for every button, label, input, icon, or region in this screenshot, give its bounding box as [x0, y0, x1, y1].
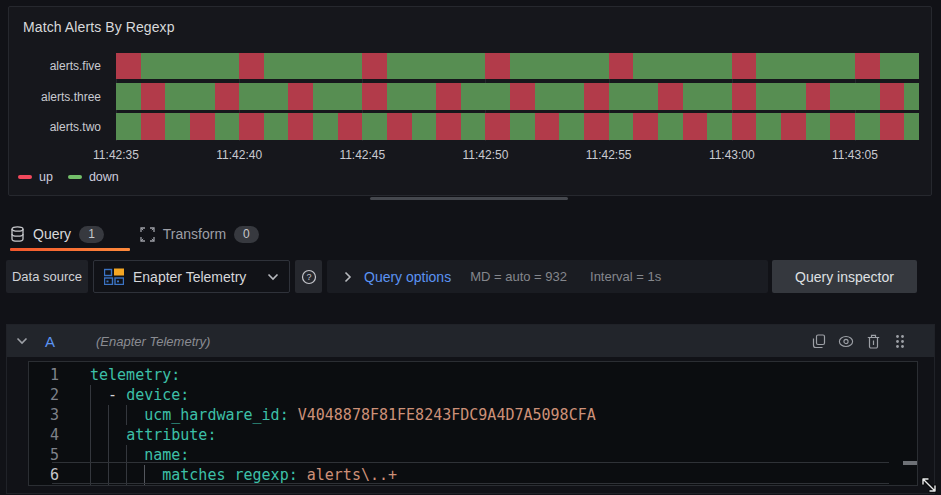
code-text: - device:: [90, 385, 189, 405]
drag-query-handle[interactable]: [892, 333, 908, 349]
timeline-segment-down: [461, 113, 486, 140]
line-number: 1: [29, 365, 59, 385]
remove-query-button[interactable]: [865, 333, 881, 349]
timeline-segment-down: [609, 83, 658, 110]
timeline-segment-up: [732, 53, 757, 79]
x-axis-tick-label: 11:43:00: [709, 148, 755, 162]
timeline-segment-down: [239, 83, 288, 110]
max-data-points-value: MD = auto = 932: [470, 269, 567, 284]
timeline-segment-down: [313, 113, 338, 140]
query-datasource-hint: (Enapter Telemetry): [96, 334, 210, 349]
current-line-highlight: [52, 462, 889, 484]
timeline-segment-up: [436, 113, 461, 140]
timeline-segment-down: [141, 53, 240, 79]
timeline-panel: Match Alerts By Regexp 11:42:3511:42:401…: [8, 6, 932, 196]
editor-line[interactable]: 2 - device:: [29, 385, 917, 405]
editor-tabbar: Query 1 Transform 0: [10, 221, 259, 247]
svg-text:?: ?: [306, 272, 311, 282]
timeline-row-label: alerts.two: [9, 113, 101, 140]
timeline-segment-up: [288, 83, 313, 110]
transform-icon: [140, 227, 155, 242]
legend-label: down: [89, 170, 119, 184]
x-axis-tick-label: 11:42:45: [339, 148, 385, 162]
timeline-segment-down: [510, 113, 535, 140]
code-text: attribute:: [90, 425, 216, 445]
legend-color-pill: [68, 175, 82, 179]
query-row-header[interactable]: A (Enapter Telemetry): [7, 325, 934, 357]
timeline-segment-up: [485, 113, 510, 140]
legend-item-down[interactable]: down: [68, 170, 119, 184]
editor-scrollbar-thumb[interactable]: [903, 461, 917, 465]
timeline-segment-up: [387, 113, 412, 140]
timeline-segment-down: [904, 83, 919, 110]
panel-resize-handle[interactable]: [370, 197, 568, 200]
timeline-segment-up: [436, 83, 461, 110]
timeline-row-bars: [116, 53, 919, 79]
timeline-segment-up: [362, 53, 387, 79]
query-options-link[interactable]: Query options: [364, 269, 451, 285]
line-number: 2: [29, 385, 59, 405]
editor-line[interactable]: 4 attribute:: [29, 425, 917, 445]
timeline-segment-up: [633, 113, 658, 140]
timeline-segment-up: [855, 53, 880, 79]
timeline-segment-down: [387, 83, 436, 110]
timeline-segment-down: [510, 53, 609, 79]
timeline-segment-down: [880, 53, 919, 79]
tab-query[interactable]: Query 1: [10, 226, 104, 243]
collapse-chevron-icon[interactable]: [16, 337, 28, 345]
timeline-segment-up: [683, 113, 708, 140]
timeline-segment-up: [830, 113, 855, 140]
timeline-segment-down: [535, 83, 584, 110]
timeline-segment-down: [806, 113, 831, 140]
timeline-segment-down: [264, 113, 289, 140]
timeline-segment-up: [215, 83, 240, 110]
timeline-row-label: alerts.three: [9, 83, 101, 110]
database-icon: [10, 226, 25, 242]
timeline-segment-down: [165, 113, 190, 140]
timeline-row-label: alerts.five: [9, 53, 101, 79]
panel-title[interactable]: Match Alerts By Regexp: [23, 19, 175, 35]
timeline-segment-down: [559, 113, 584, 140]
timeline-segment-up: [141, 83, 166, 110]
hide-query-button[interactable]: [838, 333, 854, 349]
timeline-row-bars: [116, 113, 919, 140]
tab-transform[interactable]: Transform 0: [140, 226, 259, 243]
timeline-segment-up: [362, 83, 387, 110]
timeline-segment-down: [165, 83, 214, 110]
editor-line[interactable]: 1telemetry:: [29, 365, 917, 385]
legend-item-up[interactable]: up: [18, 170, 53, 184]
timeline-segment-down: [707, 113, 732, 140]
query-inspector-button[interactable]: Query inspector: [772, 260, 917, 293]
datasource-selected-value: Enapter Telemetry: [133, 269, 267, 285]
query-options-bar[interactable]: Query options MD = auto = 932 Interval =…: [327, 260, 768, 293]
editor-line[interactable]: 3 ucm_hardware_id: V4048878F81FE8243FDC9…: [29, 405, 917, 425]
timeline-segment-up: [806, 83, 831, 110]
timeline-segment-down: [756, 113, 781, 140]
timeline-segment-down: [609, 113, 634, 140]
drag-handle-icon: [895, 334, 905, 349]
code-text: ucm_hardware_id: V4048878F81FE8243FDC9A4…: [90, 405, 596, 425]
chevron-down-icon: [267, 273, 279, 281]
timeline-segment-up: [584, 113, 609, 140]
tab-query-count-badge: 1: [79, 226, 104, 243]
timeline-segment-up: [116, 53, 141, 79]
datasource-help-button[interactable]: ?: [295, 260, 322, 293]
datasource-picker[interactable]: Enapter Telemetry: [93, 260, 290, 293]
timeline-segment-down: [461, 83, 510, 110]
enapter-datasource-icon: [104, 268, 124, 285]
trash-icon: [867, 334, 880, 349]
timeline-segment-down: [215, 113, 240, 140]
x-axis-tick-label: 11:42:35: [93, 148, 139, 162]
query-ref-id: A: [45, 333, 55, 350]
timeline-segment-up: [288, 113, 313, 140]
line-number: 3: [29, 405, 59, 425]
timeline-segment-down: [387, 53, 486, 79]
timeline-segment-up: [338, 113, 363, 140]
timeline-segment-down: [904, 113, 919, 140]
timeline-segment-up: [535, 113, 560, 140]
timeline-segment-up: [658, 83, 683, 110]
timeline-segment-up: [880, 83, 905, 110]
legend: updown: [18, 170, 119, 184]
chevron-right-icon: [344, 271, 352, 283]
duplicate-query-button[interactable]: [811, 333, 827, 349]
